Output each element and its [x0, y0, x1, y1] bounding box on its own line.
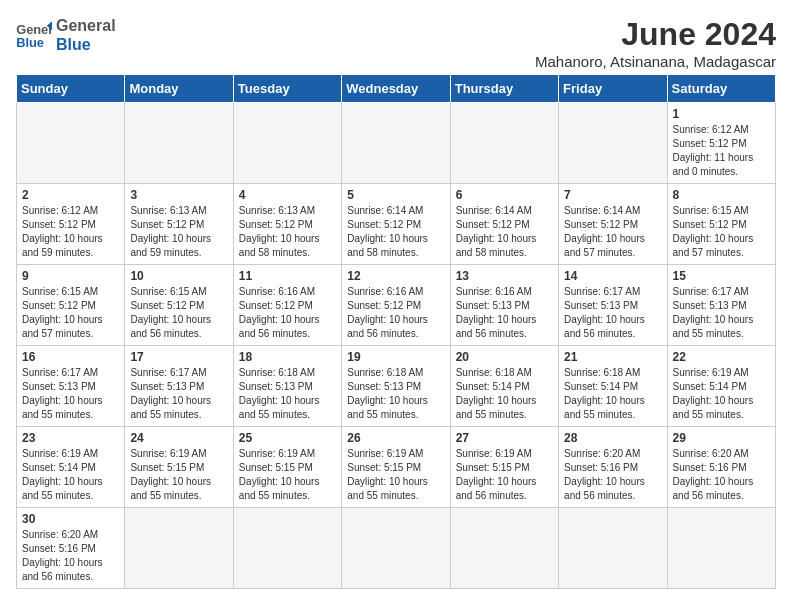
weekday-header-row: SundayMondayTuesdayWednesdayThursdayFrid… [17, 75, 776, 103]
day-info: Sunrise: 6:20 AM Sunset: 5:16 PM Dayligh… [673, 447, 770, 503]
day-info: Sunrise: 6:19 AM Sunset: 5:15 PM Dayligh… [347, 447, 444, 503]
day-number: 10 [130, 269, 227, 283]
calendar-cell: 19Sunrise: 6:18 AM Sunset: 5:13 PM Dayli… [342, 346, 450, 427]
weekday-header-monday: Monday [125, 75, 233, 103]
logo-general-text: General [56, 16, 116, 35]
calendar-cell: 27Sunrise: 6:19 AM Sunset: 5:15 PM Dayli… [450, 427, 558, 508]
day-info: Sunrise: 6:12 AM Sunset: 5:12 PM Dayligh… [673, 123, 770, 179]
day-number: 17 [130, 350, 227, 364]
calendar-cell [450, 508, 558, 589]
day-info: Sunrise: 6:19 AM Sunset: 5:14 PM Dayligh… [22, 447, 119, 503]
day-info: Sunrise: 6:12 AM Sunset: 5:12 PM Dayligh… [22, 204, 119, 260]
calendar-cell [233, 103, 341, 184]
day-info: Sunrise: 6:17 AM Sunset: 5:13 PM Dayligh… [130, 366, 227, 422]
day-number: 9 [22, 269, 119, 283]
week-row-4: 16Sunrise: 6:17 AM Sunset: 5:13 PM Dayli… [17, 346, 776, 427]
calendar-cell: 1Sunrise: 6:12 AM Sunset: 5:12 PM Daylig… [667, 103, 775, 184]
calendar-cell: 10Sunrise: 6:15 AM Sunset: 5:12 PM Dayli… [125, 265, 233, 346]
calendar-cell: 21Sunrise: 6:18 AM Sunset: 5:14 PM Dayli… [559, 346, 667, 427]
calendar-title: June 2024 [535, 16, 776, 53]
calendar-cell: 3Sunrise: 6:13 AM Sunset: 5:12 PM Daylig… [125, 184, 233, 265]
week-row-1: 1Sunrise: 6:12 AM Sunset: 5:12 PM Daylig… [17, 103, 776, 184]
day-number: 5 [347, 188, 444, 202]
day-info: Sunrise: 6:15 AM Sunset: 5:12 PM Dayligh… [22, 285, 119, 341]
calendar-cell: 30Sunrise: 6:20 AM Sunset: 5:16 PM Dayli… [17, 508, 125, 589]
day-info: Sunrise: 6:13 AM Sunset: 5:12 PM Dayligh… [130, 204, 227, 260]
day-info: Sunrise: 6:14 AM Sunset: 5:12 PM Dayligh… [347, 204, 444, 260]
calendar-cell [559, 103, 667, 184]
day-info: Sunrise: 6:19 AM Sunset: 5:15 PM Dayligh… [456, 447, 553, 503]
calendar-cell [342, 508, 450, 589]
weekday-header-tuesday: Tuesday [233, 75, 341, 103]
day-info: Sunrise: 6:19 AM Sunset: 5:15 PM Dayligh… [130, 447, 227, 503]
day-number: 28 [564, 431, 661, 445]
day-number: 2 [22, 188, 119, 202]
calendar-cell: 15Sunrise: 6:17 AM Sunset: 5:13 PM Dayli… [667, 265, 775, 346]
calendar-cell: 16Sunrise: 6:17 AM Sunset: 5:13 PM Dayli… [17, 346, 125, 427]
week-row-5: 23Sunrise: 6:19 AM Sunset: 5:14 PM Dayli… [17, 427, 776, 508]
day-number: 13 [456, 269, 553, 283]
calendar-cell [17, 103, 125, 184]
day-number: 22 [673, 350, 770, 364]
logo-blue-text: Blue [56, 35, 116, 54]
logo-icon: General Blue [16, 20, 52, 50]
calendar-cell: 7Sunrise: 6:14 AM Sunset: 5:12 PM Daylig… [559, 184, 667, 265]
calendar-cell: 20Sunrise: 6:18 AM Sunset: 5:14 PM Dayli… [450, 346, 558, 427]
calendar-cell: 13Sunrise: 6:16 AM Sunset: 5:13 PM Dayli… [450, 265, 558, 346]
day-number: 3 [130, 188, 227, 202]
calendar-cell [125, 508, 233, 589]
calendar-cell: 22Sunrise: 6:19 AM Sunset: 5:14 PM Dayli… [667, 346, 775, 427]
day-info: Sunrise: 6:18 AM Sunset: 5:14 PM Dayligh… [564, 366, 661, 422]
day-info: Sunrise: 6:16 AM Sunset: 5:13 PM Dayligh… [456, 285, 553, 341]
day-number: 24 [130, 431, 227, 445]
svg-text:Blue: Blue [16, 35, 44, 50]
day-info: Sunrise: 6:19 AM Sunset: 5:14 PM Dayligh… [673, 366, 770, 422]
calendar-cell [233, 508, 341, 589]
calendar-cell: 17Sunrise: 6:17 AM Sunset: 5:13 PM Dayli… [125, 346, 233, 427]
header: General Blue General Blue June 2024 Maha… [16, 16, 776, 70]
day-info: Sunrise: 6:16 AM Sunset: 5:12 PM Dayligh… [347, 285, 444, 341]
calendar-cell: 5Sunrise: 6:14 AM Sunset: 5:12 PM Daylig… [342, 184, 450, 265]
day-info: Sunrise: 6:17 AM Sunset: 5:13 PM Dayligh… [22, 366, 119, 422]
calendar-subtitle: Mahanoro, Atsinanana, Madagascar [535, 53, 776, 70]
day-info: Sunrise: 6:18 AM Sunset: 5:13 PM Dayligh… [239, 366, 336, 422]
calendar-cell: 23Sunrise: 6:19 AM Sunset: 5:14 PM Dayli… [17, 427, 125, 508]
day-info: Sunrise: 6:14 AM Sunset: 5:12 PM Dayligh… [564, 204, 661, 260]
day-info: Sunrise: 6:18 AM Sunset: 5:13 PM Dayligh… [347, 366, 444, 422]
day-info: Sunrise: 6:13 AM Sunset: 5:12 PM Dayligh… [239, 204, 336, 260]
day-number: 18 [239, 350, 336, 364]
day-info: Sunrise: 6:17 AM Sunset: 5:13 PM Dayligh… [564, 285, 661, 341]
day-info: Sunrise: 6:20 AM Sunset: 5:16 PM Dayligh… [564, 447, 661, 503]
day-number: 6 [456, 188, 553, 202]
calendar-cell: 29Sunrise: 6:20 AM Sunset: 5:16 PM Dayli… [667, 427, 775, 508]
day-number: 29 [673, 431, 770, 445]
day-number: 15 [673, 269, 770, 283]
day-info: Sunrise: 6:19 AM Sunset: 5:15 PM Dayligh… [239, 447, 336, 503]
calendar-cell [559, 508, 667, 589]
calendar-table: SundayMondayTuesdayWednesdayThursdayFrid… [16, 74, 776, 589]
day-info: Sunrise: 6:14 AM Sunset: 5:12 PM Dayligh… [456, 204, 553, 260]
weekday-header-sunday: Sunday [17, 75, 125, 103]
title-area: June 2024 Mahanoro, Atsinanana, Madagasc… [535, 16, 776, 70]
calendar-cell: 25Sunrise: 6:19 AM Sunset: 5:15 PM Dayli… [233, 427, 341, 508]
weekday-header-friday: Friday [559, 75, 667, 103]
calendar-cell: 8Sunrise: 6:15 AM Sunset: 5:12 PM Daylig… [667, 184, 775, 265]
day-number: 12 [347, 269, 444, 283]
calendar-cell: 24Sunrise: 6:19 AM Sunset: 5:15 PM Dayli… [125, 427, 233, 508]
calendar-cell: 2Sunrise: 6:12 AM Sunset: 5:12 PM Daylig… [17, 184, 125, 265]
calendar-cell [450, 103, 558, 184]
day-number: 8 [673, 188, 770, 202]
day-number: 4 [239, 188, 336, 202]
day-number: 7 [564, 188, 661, 202]
calendar-cell [667, 508, 775, 589]
day-number: 11 [239, 269, 336, 283]
day-number: 19 [347, 350, 444, 364]
weekday-header-saturday: Saturday [667, 75, 775, 103]
calendar-cell: 14Sunrise: 6:17 AM Sunset: 5:13 PM Dayli… [559, 265, 667, 346]
calendar-cell: 9Sunrise: 6:15 AM Sunset: 5:12 PM Daylig… [17, 265, 125, 346]
calendar-cell: 11Sunrise: 6:16 AM Sunset: 5:12 PM Dayli… [233, 265, 341, 346]
logo: General Blue General Blue [16, 16, 116, 54]
weekday-header-thursday: Thursday [450, 75, 558, 103]
calendar-cell: 12Sunrise: 6:16 AM Sunset: 5:12 PM Dayli… [342, 265, 450, 346]
week-row-3: 9Sunrise: 6:15 AM Sunset: 5:12 PM Daylig… [17, 265, 776, 346]
